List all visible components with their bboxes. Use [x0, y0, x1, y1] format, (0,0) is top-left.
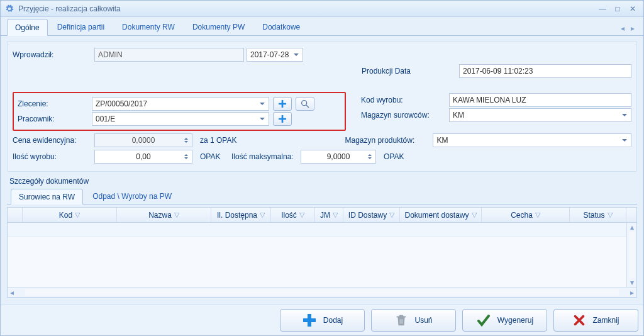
- pracownik-add-button[interactable]: [273, 112, 292, 126]
- tab-dokumenty-rw[interactable]: Dokumenty RW: [114, 18, 183, 35]
- dodaj-button[interactable]: Dodaj: [280, 309, 365, 332]
- scroll-left-icon[interactable]: ◂: [8, 288, 16, 297]
- grid-header: Kod▽ Nazwa▽ Il. Dostępna▽ Ilość▽ JM▽ ID …: [8, 208, 636, 223]
- row-zlecenie-block: Zlecenie: ZP/00050/2017 Pracownik: 001/E: [13, 92, 631, 131]
- produkcji-field[interactable]: 2017-06-09 11:02:23: [459, 64, 631, 78]
- titlebar: Przyjęcie - realizacja całkowita — □ ✕: [1, 1, 643, 17]
- row-cena: Cena ewidencyjna: 0,0000 za 1 OPAK Magaz…: [13, 133, 631, 147]
- tab-ogolne[interactable]: Ogólne: [7, 19, 48, 36]
- zlecenie-combo[interactable]: ZP/00050/2017: [92, 97, 269, 111]
- col-id-dostawy[interactable]: ID Dostawy▽: [343, 208, 400, 222]
- highlight-box: Zlecenie: ZP/00050/2017 Pracownik: 001/E: [13, 92, 346, 131]
- main-tabstrip: Ogólne Definicja partii Dokumenty RW Dok…: [1, 17, 643, 36]
- zlecenie-add-button[interactable]: [273, 97, 292, 111]
- ilosc-max-value: 9,0000: [327, 152, 350, 161]
- col-status[interactable]: Status▽: [570, 208, 626, 222]
- details-section-label: Szczegóły dokumentów: [9, 177, 637, 186]
- magazyn-surowcow-label: Magazyn surowców:: [361, 111, 449, 120]
- tab-dokumenty-pw[interactable]: Dokumenty PW: [184, 18, 253, 35]
- vertical-scrollbar[interactable]: ▴ ▾: [626, 223, 636, 287]
- pracownik-combo[interactable]: 001/E: [92, 112, 269, 126]
- ilosc-wyrobu-unit: OPAK: [200, 152, 231, 161]
- kod-wyrobu-label: Kod wyrobu:: [361, 96, 449, 104]
- wygeneruj-button[interactable]: Wygeneruj: [462, 309, 547, 332]
- details-subtabs: Surowiec na RW Odpad \ Wyroby na PW: [7, 188, 637, 204]
- ilosc-max-unit: OPAK: [384, 152, 404, 161]
- ilosc-wyrobu-field[interactable]: 0,00: [94, 150, 192, 164]
- tab-dodatkowe[interactable]: Dodatkowe: [254, 18, 308, 35]
- scroll-down-icon[interactable]: ▾: [630, 278, 634, 287]
- zamknij-button[interactable]: Zamknij: [553, 309, 638, 332]
- cena-label: Cena ewidencyjna:: [13, 136, 94, 145]
- col-selector[interactable]: [8, 208, 23, 222]
- col-scroll-spacer: [626, 208, 636, 222]
- tab-body: Wprowadził: ADMIN 2017-07-28 Produkcji D…: [1, 36, 643, 304]
- footer: Dodaj Usuń Wygeneruj Zamknij: [1, 304, 643, 335]
- maximize-button[interactable]: □: [611, 3, 625, 14]
- magazyn-produktow-combo[interactable]: KM: [433, 133, 631, 147]
- col-dokument-dostawy[interactable]: Dokument dostawy▽: [400, 208, 482, 222]
- zlecenie-value: ZP/00050/2017: [96, 99, 147, 108]
- filter-icon[interactable]: ▽: [608, 211, 613, 219]
- row-wprowadzil: Wprowadził: ADMIN 2017-07-28: [13, 48, 631, 62]
- magazyn-surowcow-value: KM: [453, 111, 464, 120]
- col-cecha[interactable]: Cecha▽: [482, 208, 570, 222]
- col-jm[interactable]: JM▽: [315, 208, 343, 222]
- tab-definicja-partii[interactable]: Definicja partii: [49, 18, 113, 35]
- produkcji-label: Produkcji Data: [362, 67, 459, 76]
- svg-line-1: [306, 105, 309, 108]
- filter-icon[interactable]: ▽: [472, 211, 477, 219]
- dodaj-label: Dodaj: [323, 316, 343, 325]
- filter-icon[interactable]: ▽: [260, 211, 265, 219]
- minimize-button[interactable]: —: [596, 3, 609, 14]
- kod-wyrobu-field[interactable]: KAWA MIELONA LUZ: [449, 93, 631, 107]
- filter-icon[interactable]: ▽: [389, 211, 394, 219]
- tab-prev-icon[interactable]: ◂: [618, 21, 627, 35]
- ilosc-max-label: Ilość maksymalna:: [231, 152, 301, 161]
- scroll-up-icon[interactable]: ▴: [630, 223, 634, 232]
- ilosc-wyrobu-label: Ilość wyrobu:: [13, 152, 94, 161]
- zlecenie-search-button[interactable]: [296, 97, 314, 111]
- filter-icon[interactable]: ▽: [333, 211, 338, 219]
- usun-button[interactable]: Usuń: [371, 309, 456, 332]
- wygeneruj-label: Wygeneruj: [497, 316, 533, 325]
- magazyn-surowcow-combo[interactable]: KM: [449, 108, 631, 122]
- col-kod[interactable]: Kod▽: [23, 208, 117, 222]
- ilosc-wyrobu-value: 0,00: [136, 152, 150, 161]
- col-nazwa[interactable]: Nazwa▽: [117, 208, 211, 222]
- wprowadzil-date-combo[interactable]: 2017-07-28: [247, 48, 303, 62]
- pracownik-value: 001/E: [96, 115, 115, 123]
- table-row[interactable]: [8, 223, 636, 237]
- filter-icon[interactable]: ▽: [75, 211, 80, 219]
- wprowadzil-label: Wprowadził:: [13, 50, 94, 59]
- magazyn-produktow-value: KM: [436, 136, 448, 145]
- subtab-surowiec-rw[interactable]: Surowiec na RW: [11, 189, 83, 204]
- grid-body[interactable]: [8, 223, 636, 287]
- row-produkcji: Produkcji Data 2017-06-09 11:02:23: [13, 64, 631, 78]
- cena-value: 0,0000: [132, 136, 155, 145]
- filter-icon[interactable]: ▽: [535, 211, 540, 219]
- wprowadzil-date-value: 2017-07-28: [250, 50, 289, 59]
- zlecenie-label: Zlecenie:: [18, 99, 92, 108]
- app-window: Przyjęcie - realizacja całkowita — □ ✕ O…: [0, 0, 644, 336]
- pracownik-label: Pracownik:: [18, 115, 92, 123]
- zamknij-label: Zamknij: [592, 316, 619, 325]
- subtab-odpad-pw[interactable]: Odpad \ Wyroby na PW: [84, 188, 180, 204]
- filter-icon[interactable]: ▽: [299, 211, 304, 219]
- window-title: Przyjęcie - realizacja całkowita: [18, 4, 121, 13]
- col-ilosc[interactable]: Ilość▽: [271, 208, 315, 222]
- filter-icon[interactable]: ▽: [174, 211, 179, 219]
- ilosc-max-field[interactable]: 9,0000: [301, 150, 376, 164]
- wprowadzil-field: ADMIN: [94, 48, 244, 62]
- gear-icon: [4, 4, 14, 14]
- cena-unit: za 1 OPAK: [200, 136, 236, 145]
- horizontal-scrollbar[interactable]: ◂ ▸: [8, 287, 636, 297]
- details-grid: Kod▽ Nazwa▽ Il. Dostępna▽ Ilość▽ JM▽ ID …: [7, 207, 637, 298]
- cena-field: 0,0000: [94, 133, 192, 147]
- close-window-button[interactable]: ✕: [626, 3, 640, 14]
- tab-next-icon[interactable]: ▸: [628, 21, 637, 35]
- col-il-dostepna[interactable]: Il. Dostępna▽: [211, 208, 271, 222]
- tab-nav: ◂ ▸: [618, 21, 637, 35]
- row-ilosc: Ilość wyrobu: 0,00 OPAK Ilość maksymalna…: [13, 150, 631, 164]
- scroll-right-icon[interactable]: ▸: [628, 288, 636, 297]
